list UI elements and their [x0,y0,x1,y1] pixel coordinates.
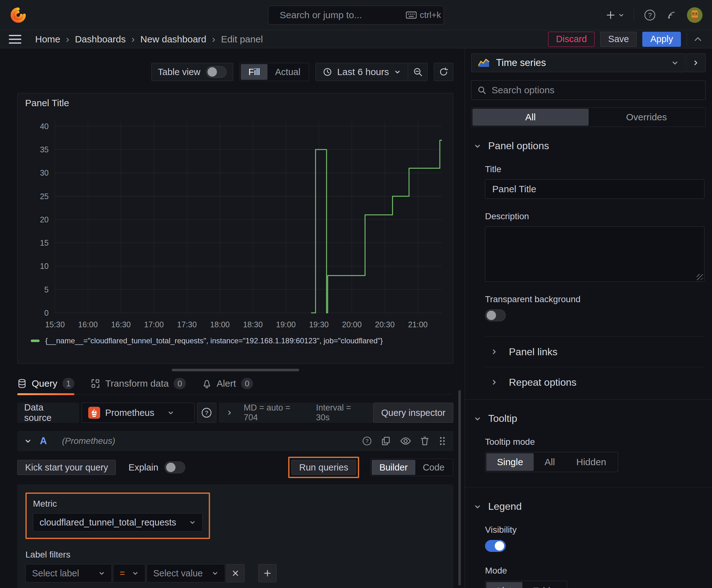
legend-table-option[interactable]: Table [522,582,566,588]
breadcrumb-item[interactable]: Home [35,34,60,45]
metric-label: Metric [33,499,202,509]
scrollbar[interactable] [458,390,461,586]
options-search-input[interactable] [492,85,700,96]
apply-button[interactable]: Apply [642,32,681,47]
expand-viz-list-button[interactable] [686,54,706,72]
transparent-background-toggle[interactable] [485,309,506,321]
chevron-right-icon [226,409,233,416]
time-range-label: Last 6 hours [337,67,389,77]
chevron-down-icon [474,142,481,150]
query-datasource-hint: (Prometheus) [62,436,115,446]
svg-text:?: ? [648,11,652,19]
operator-dropdown[interactable]: = [113,564,145,582]
tab-transform-data[interactable]: Transform data 0 [91,378,186,394]
resize-handle-icon[interactable] [697,274,703,280]
description-label: Description [485,211,705,222]
select-value-dropdown[interactable]: Select value [147,564,225,582]
query-options-summary[interactable]: MD = auto = 704 Interval = 30s [219,403,373,423]
description-textarea[interactable] [485,227,705,282]
select-label-dropdown[interactable]: Select label [25,564,112,582]
collapse-header-button[interactable] [693,34,703,45]
news-button[interactable] [666,9,677,21]
legend-visibility-toggle[interactable] [485,540,506,552]
options-scope-tabs: All Overrides [471,107,706,127]
chevron-right-icon [491,348,498,356]
save-button[interactable]: Save [600,32,637,47]
x-axis-tick: 19:30 [309,320,329,329]
discard-button[interactable]: Discard [548,32,595,47]
run-queries-button[interactable]: Run queries [291,460,356,475]
add-button[interactable] [606,10,624,20]
breadcrumb-item[interactable]: Dashboards [75,34,126,45]
tooltip-single-option[interactable]: Single [486,453,534,471]
drag-handle-icon[interactable] [438,436,447,446]
options-search[interactable] [471,80,706,100]
pane-resize-handle[interactable] [172,369,299,371]
time-range-picker[interactable]: Last 6 hours [316,67,408,77]
remove-filter-button[interactable] [226,564,244,582]
metric-select[interactable]: cloudflared_tunnel_total_requests [33,513,202,531]
x-axis-tick: 17:30 [177,320,197,329]
run-queries-annotation: Run queries [288,457,359,478]
add-filter-button[interactable] [258,564,277,582]
chevron-down-icon [132,570,139,577]
transparent-background-label: Transparent background [485,294,705,304]
x-axis-tick: 15:30 [45,320,65,329]
query-editor-body: Metric cloudflared_tunnel_total_requests… [17,484,453,588]
help-button[interactable]: ? [644,9,656,21]
tab-all[interactable]: All [473,109,589,126]
legend-item[interactable]: {__name__="cloudflared_tunnel_total_requ… [25,336,446,345]
query-inspector-button[interactable]: Query inspector [373,403,453,423]
legend-mode-switch: List Table [485,581,567,588]
legend-section-header[interactable]: Legend [465,501,712,512]
clock-icon [323,67,332,77]
tooltip-all-option[interactable]: All [534,453,565,471]
datasource-help-button[interactable]: ? [197,403,216,423]
query-help-icon[interactable]: ? [362,436,372,446]
tab-overrides[interactable]: Overrides [589,109,705,126]
tab-query[interactable]: Query 1 [17,378,74,394]
panel-options-header[interactable]: Panel options [465,140,712,152]
zoom-out-button[interactable] [408,63,427,81]
builder-option[interactable]: Builder [372,460,415,475]
panel-title-input[interactable] [485,180,705,199]
prometheus-icon [88,407,100,419]
y-axis-tick: 10 [40,261,49,270]
menu-toggle-button[interactable] [9,35,21,44]
timeseries-chart[interactable]: 051015202530354015:3016:0016:3017:0017:3… [25,117,446,333]
options-sidebar: Time series All Overrides [465,48,712,588]
tooltip-section-header[interactable]: Tooltip [465,413,712,424]
hide-query-icon[interactable] [400,436,411,446]
x-axis-tick: 20:00 [342,320,362,329]
user-avatar[interactable] [687,7,703,23]
breadcrumb-separator: › [131,33,135,45]
delete-query-icon[interactable] [420,436,429,446]
builder-code-switch: Builder Code [370,459,453,476]
query-row-header[interactable]: A (Prometheus) ? [17,431,453,451]
tab-alert[interactable]: Alert 0 [202,378,253,394]
global-search[interactable]: ctrl+k [268,6,444,24]
panel-links-section[interactable]: Panel links [465,337,712,367]
kick-start-button[interactable]: Kick start your query [17,460,116,475]
timeseries-viz-icon [478,58,490,67]
actual-option[interactable]: Actual [267,64,308,80]
help-icon: ? [644,9,656,21]
visualization-picker[interactable]: Time series [471,54,685,72]
search-input[interactable] [280,10,401,20]
refresh-button[interactable] [434,63,453,81]
legend-list-option[interactable]: List [486,582,522,588]
help-icon: ? [201,407,213,419]
explain-toggle[interactable] [165,461,185,474]
table-view-toggle[interactable] [206,66,226,78]
breadcrumb-item[interactable]: New dashboard [140,34,206,45]
explain-label: Explain [128,462,158,473]
repeat-options-section[interactable]: Repeat options [465,367,712,397]
tooltip-hidden-option[interactable]: Hidden [566,453,617,471]
code-option[interactable]: Code [415,460,452,475]
breadcrumb-separator: › [66,33,69,45]
y-axis-tick: 35 [40,145,49,154]
fill-option[interactable]: Fill [241,64,267,80]
datasource-picker[interactable]: Prometheus [82,403,195,423]
duplicate-query-icon[interactable] [381,436,391,446]
grafana-logo-icon[interactable] [9,6,27,24]
